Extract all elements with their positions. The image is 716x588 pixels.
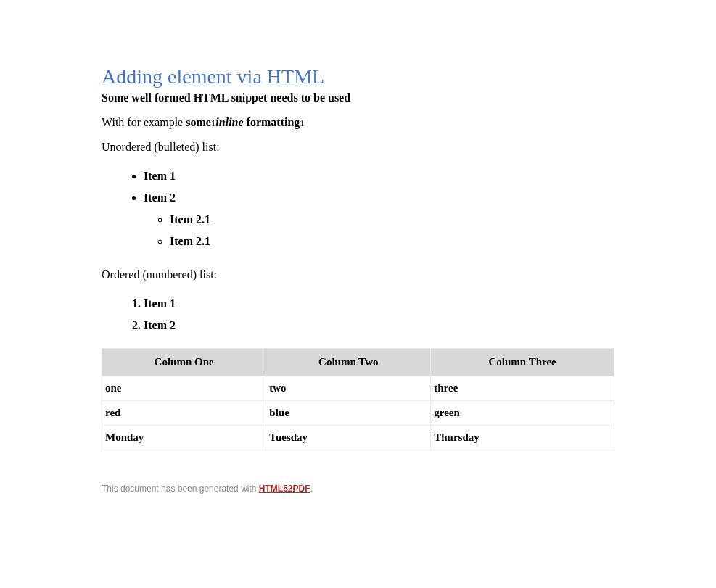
footer: This document has been generated with HT…: [102, 484, 614, 494]
table-header: Column One: [102, 349, 266, 376]
footer-suffix: .: [310, 484, 312, 494]
list-item: Item 1: [144, 165, 614, 187]
table-row: red blue green: [102, 401, 614, 426]
list-item: Item 2.1: [170, 209, 614, 231]
table-row: Monday Tuesday Thursday: [102, 426, 614, 450]
page-container: Adding element via HTML Some well formed…: [0, 0, 716, 588]
table-cell: Monday: [102, 426, 266, 450]
table-cell: green: [431, 401, 614, 426]
page-title: Adding element via HTML: [102, 65, 614, 88]
inline-prefix: With for example: [102, 116, 186, 128]
list-item: Item 1: [144, 293, 614, 315]
table-cell: Tuesday: [266, 426, 431, 450]
table-cell: red: [102, 401, 266, 426]
list-item-label: Item 1: [144, 170, 176, 182]
list-item: Item 2 Item 2.1 Item 2.1: [144, 187, 614, 257]
inline-italic: inline: [215, 116, 243, 128]
list-item-label: Item 2.1: [170, 235, 210, 247]
unordered-label: Unordered (bulleted) list:: [102, 141, 614, 154]
list-item-label: Item 2.1: [170, 213, 210, 225]
table-cell: three: [431, 376, 614, 401]
inline-bold-2: formatting: [244, 116, 300, 128]
list-item: Item 2: [144, 315, 614, 336]
unordered-sublist: Item 2.1 Item 2.1: [144, 209, 614, 252]
inline-small-2: 1: [300, 117, 305, 128]
table-cell: two: [266, 376, 431, 401]
table-cell: one: [102, 376, 266, 401]
footer-text: This document has been generated with: [102, 484, 259, 494]
ordered-list: Item 1 Item 2: [102, 293, 614, 336]
table-cell: blue: [266, 401, 431, 426]
lead-paragraph: Some well formed HTML snippet needs to b…: [102, 91, 614, 104]
list-item: Item 2.1: [170, 231, 614, 252]
table-cell: Thursday: [431, 426, 614, 450]
ordered-label: Ordered (numbered) list:: [102, 268, 614, 281]
list-item-label: Item 2: [144, 319, 176, 331]
data-table: Column One Column Two Column Three one t…: [102, 348, 614, 450]
table-header-row: Column One Column Two Column Three: [102, 349, 614, 376]
table-header: Column Three: [431, 349, 614, 376]
footer-link[interactable]: HTML52PDF: [259, 484, 310, 494]
list-item-label: Item 1: [144, 297, 176, 310]
unordered-list: Item 1 Item 2 Item 2.1 Item 2.1: [102, 165, 614, 257]
table-header: Column Two: [266, 349, 431, 376]
table-row: one two three: [102, 376, 614, 401]
list-item-label: Item 2: [144, 191, 176, 204]
inline-bold-1: some: [186, 116, 211, 128]
inline-paragraph: With for example some1inline formatting1: [102, 116, 614, 129]
